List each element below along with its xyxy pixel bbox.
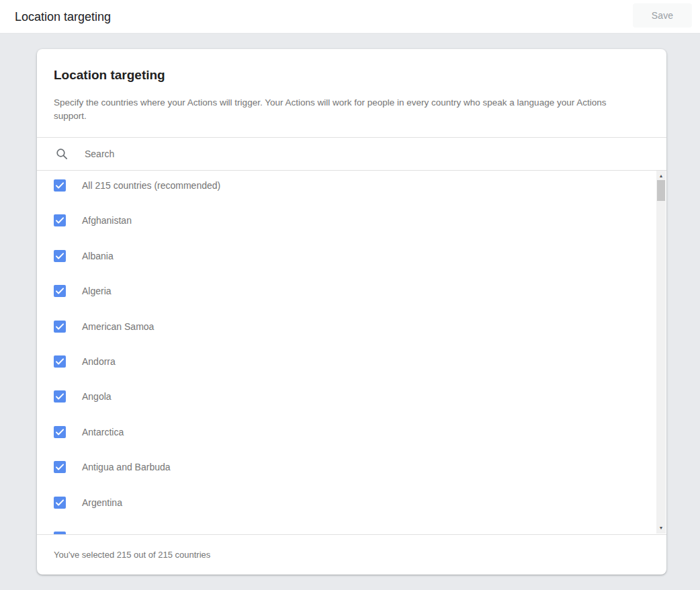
country-rows: All 215 countries (recommended)Afghanist… xyxy=(37,171,666,534)
checkbox-checked-icon[interactable] xyxy=(54,250,66,262)
topbar: Location targeting Save xyxy=(0,0,700,34)
card-description: Specify the countries where your Actions… xyxy=(54,96,631,123)
country-row[interactable]: Algeria xyxy=(37,276,666,311)
scrollbar[interactable]: ▴ ▾ xyxy=(656,171,666,534)
checkbox-checked-icon[interactable] xyxy=(54,214,66,226)
country-row[interactable]: Angola xyxy=(37,382,666,417)
checkbox-checked-icon[interactable] xyxy=(54,179,66,192)
country-row[interactable]: Antigua and Barbuda xyxy=(37,452,666,487)
card-title: Location targeting xyxy=(54,68,631,83)
checkbox-checked-icon[interactable] xyxy=(54,497,66,509)
checkbox-checked-icon[interactable] xyxy=(54,285,66,297)
country-label: Algeria xyxy=(82,285,112,297)
country-list: All 215 countries (recommended)Afghanist… xyxy=(37,170,666,534)
page-title: Location targeting xyxy=(15,9,111,24)
country-label: Antarctica xyxy=(82,426,124,438)
country-row[interactable]: All 215 countries (recommended) xyxy=(37,171,666,206)
country-label: Afghanistan xyxy=(82,214,132,226)
country-row[interactable]: American Samoa xyxy=(37,312,666,347)
checkbox-checked-icon[interactable] xyxy=(54,426,66,438)
search-icon xyxy=(56,148,68,160)
checkbox-checked-icon[interactable] xyxy=(54,461,66,473)
country-label: Angola xyxy=(82,390,112,403)
location-targeting-card: Location targeting Specify the countries… xyxy=(37,49,666,575)
country-row[interactable]: Afghanistan xyxy=(37,206,666,241)
country-label: American Samoa xyxy=(82,321,154,333)
search-bar xyxy=(37,137,666,170)
selection-status: You've selected 215 out of 215 countries xyxy=(54,550,210,560)
country-label: All 215 countries (recommended) xyxy=(82,179,220,192)
checkbox-checked-icon[interactable] xyxy=(54,532,66,534)
country-row[interactable] xyxy=(37,523,666,534)
country-label: Albania xyxy=(82,250,114,262)
search-input[interactable] xyxy=(83,148,666,160)
checkbox-checked-icon[interactable] xyxy=(54,390,66,403)
save-button[interactable]: Save xyxy=(633,3,692,28)
card-header: Location targeting Specify the countries… xyxy=(37,49,666,137)
country-row[interactable]: Andorra xyxy=(37,347,666,382)
country-label: Argentina xyxy=(82,497,122,509)
scrollbar-thumb[interactable] xyxy=(657,180,665,201)
card-footer: You've selected 215 out of 215 countries xyxy=(37,534,666,575)
checkbox-checked-icon[interactable] xyxy=(54,355,66,368)
scroll-down-icon[interactable]: ▾ xyxy=(656,525,666,532)
country-row[interactable]: Albania xyxy=(37,241,666,276)
checkbox-checked-icon[interactable] xyxy=(54,321,66,333)
scroll-up-icon[interactable]: ▴ xyxy=(656,173,666,179)
country-row[interactable]: Antarctica xyxy=(37,417,666,452)
country-label: Antigua and Barbuda xyxy=(82,461,171,473)
country-label: Andorra xyxy=(82,355,116,368)
country-row[interactable]: Argentina xyxy=(37,488,666,523)
